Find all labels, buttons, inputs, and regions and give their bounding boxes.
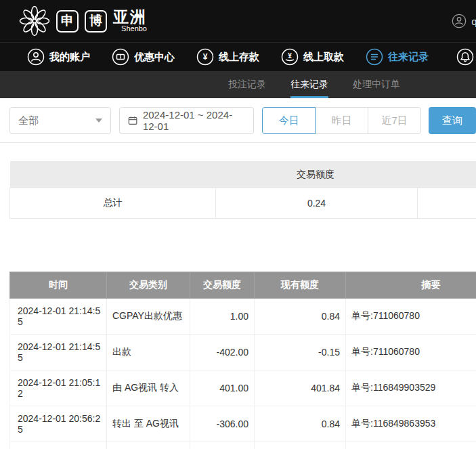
table-row: 2024-12-01 20:56:18CGPAY-CG钱包支付笔笔送优惠1.80… <box>10 442 476 449</box>
table-cell: 由 AG视讯 转入 <box>107 370 190 406</box>
type-filter-value: 全部 <box>18 114 39 127</box>
nav-label: 我的账户 <box>49 51 90 64</box>
logo-char-box: 博 <box>85 10 107 33</box>
table-cell: 单号:711060780 <box>346 299 476 335</box>
notifications-button[interactable] <box>456 48 474 66</box>
flower-logo-icon <box>19 5 50 37</box>
sub-nav: 投注记录 往来记录 处理中订单 <box>0 71 476 98</box>
logo-char-box: 申 <box>56 10 79 33</box>
type-filter-select[interactable]: 全部 <box>9 107 111 134</box>
user-icon <box>27 48 45 66</box>
table-cell: CGPAY出款优惠 <box>107 299 190 335</box>
table-cell: 出款 <box>107 335 190 370</box>
avatar-icon <box>452 14 467 28</box>
table-row: 2024-12-01 21:05:12由 AG视讯 转入401.00401.84… <box>10 370 476 406</box>
summary-header-row: 交易额度 <box>10 161 476 188</box>
summary-total-label: 总计 <box>10 188 216 219</box>
deposit-coin-icon: ¥ <box>196 48 214 66</box>
chevron-down-icon <box>95 119 102 123</box>
quick-range-today[interactable]: 今日 <box>262 107 316 134</box>
ticket-icon <box>112 48 129 66</box>
nav-label: 线上存款 <box>219 51 259 64</box>
svg-text:¥: ¥ <box>288 52 292 60</box>
date-range-value: 2024-12-01 ~ 2024-12-01 <box>143 109 245 132</box>
quick-range-last7days[interactable]: 近7日 <box>368 107 421 134</box>
filter-bar: 全部 2024-12-01 ~ 2024-12-01 今日 昨日 近7日 查询 <box>0 98 476 143</box>
table-row: 2024-12-01 21:14:55CGPAY出款优惠1.000.84单号:7… <box>10 299 476 335</box>
brand-text: 亚洲 Shenbo <box>113 9 147 33</box>
brand-subtitle: Shenbo <box>113 25 147 33</box>
username: qh <box>471 16 476 27</box>
calendar-icon <box>128 115 137 126</box>
transactions-table: 时间 交易类别 交易额度 现有额度 摘要 2024-12-01 21:14:55… <box>9 272 476 449</box>
summary-table: 交易额度 总计 0.24 <box>9 161 476 219</box>
col-header-amount: 交易额度 <box>190 272 255 299</box>
summary-header: 交易额度 <box>10 161 476 188</box>
main-nav: 我的账户 优惠中心 ¥ 线上存款 ¥ 线上取款 <box>0 42 476 71</box>
table-cell: 单号:202412023797377007 <box>346 442 476 449</box>
table-cell: -306.00 <box>190 406 255 442</box>
table-cell: -0.15 <box>255 335 346 370</box>
col-header-time: 时间 <box>10 272 107 299</box>
table-cell: 2024-12-01 21:05:12 <box>10 370 107 406</box>
table-cell: 401.84 <box>255 370 346 406</box>
table-cell: 转出 至 AG视讯 <box>107 406 190 442</box>
table-cell: 1.00 <box>190 299 255 335</box>
withdraw-coin-icon: ¥ <box>281 48 299 66</box>
bell-icon <box>456 48 474 66</box>
table-cell: 0.84 <box>255 406 346 442</box>
tab-processing-orders[interactable]: 处理中订单 <box>353 71 400 98</box>
col-header-type: 交易类别 <box>107 272 190 299</box>
col-header-summary: 摘要 <box>346 272 476 299</box>
table-cell: 2024-12-01 20:56:25 <box>10 406 107 442</box>
table-cell: 单号:711060780 <box>346 335 476 370</box>
table-cell: 2024-12-01 21:14:55 <box>10 335 107 370</box>
quick-range-group: 今日 昨日 近7日 <box>262 107 421 134</box>
table-cell: 0.84 <box>255 299 346 335</box>
nav-label: 优惠中心 <box>134 51 175 64</box>
nav-label: 线上取款 <box>303 51 344 64</box>
brand-logo: 申 博 亚洲 Shenbo <box>19 5 147 37</box>
table-cell: 2024-12-01 20:56:18 <box>10 442 107 449</box>
table-cell: -402.00 <box>190 335 255 370</box>
summary-total-row: 总计 0.24 <box>10 188 476 219</box>
nav-item-deposit[interactable]: ¥ 线上存款 <box>196 48 259 66</box>
date-range-input[interactable]: 2024-12-01 ~ 2024-12-01 <box>119 107 254 134</box>
table-header-row: 时间 交易类别 交易额度 现有额度 摘要 <box>10 272 476 299</box>
svg-text:¥: ¥ <box>203 52 208 62</box>
user-account[interactable]: qh <box>452 0 476 42</box>
table-cell: 401.00 <box>190 370 255 406</box>
table-row: 2024-12-01 20:56:25转出 至 AG视讯-306.000.84单… <box>10 406 476 442</box>
table-cell: 1.80 <box>190 442 255 449</box>
records-icon <box>366 48 383 66</box>
nav-item-records[interactable]: 往来记录 <box>366 48 429 66</box>
quick-range-yesterday[interactable]: 昨日 <box>315 107 368 134</box>
table-row: 2024-12-01 21:14:55出款-402.00-0.15单号:7110… <box>10 335 476 370</box>
transactions-tbody: 2024-12-01 21:14:55CGPAY出款优惠1.000.84单号:7… <box>10 299 476 449</box>
nav-label: 往来记录 <box>388 51 429 64</box>
brand-region: 亚洲 <box>113 9 147 25</box>
nav-item-promotions[interactable]: 优惠中心 <box>112 48 175 66</box>
top-bar: 申 博 亚洲 Shenbo qh <box>0 0 476 42</box>
page: 申 博 亚洲 Shenbo qh 我的账户 <box>0 0 476 449</box>
tab-transaction-records[interactable]: 往来记录 <box>290 71 328 98</box>
col-header-balance: 现有额度 <box>255 272 346 299</box>
search-button[interactable]: 查询 <box>429 107 476 134</box>
table-cell: 306.84 <box>255 442 346 449</box>
table-cell: 单号:116849863953 <box>346 406 476 442</box>
nav-item-withdraw[interactable]: ¥ 线上取款 <box>281 48 344 66</box>
summary-empty-cell <box>418 188 476 219</box>
table-cell: CGPAY-CG钱包支付笔笔送优惠 <box>107 442 190 449</box>
table-cell: 2024-12-01 21:14:55 <box>10 299 107 335</box>
summary-total-value: 0.24 <box>216 188 418 219</box>
nav-item-my-account[interactable]: 我的账户 <box>27 48 90 66</box>
table-cell: 单号:116849903529 <box>346 370 476 406</box>
tab-betting-records[interactable]: 投注记录 <box>228 71 266 98</box>
